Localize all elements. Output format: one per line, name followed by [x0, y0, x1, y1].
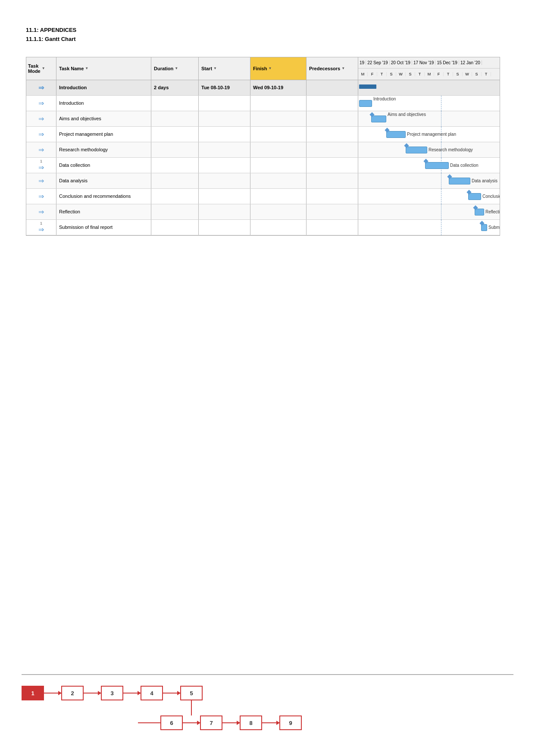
bar-label-9: Submission of final report: [488, 225, 500, 230]
nav-row-1: 1 2 3 4 5: [22, 686, 513, 700]
task-finish-5: [250, 158, 307, 173]
task-start-6: [199, 173, 250, 188]
task-row-3: ⇒Project management planProject manageme…: [26, 127, 500, 142]
task-finish-9: [250, 220, 307, 235]
nav-node-9[interactable]: 9: [279, 715, 302, 730]
start-dropdown-icon[interactable]: ▼: [213, 66, 217, 70]
task-duration-6: [151, 173, 199, 188]
gantt-bar-2: [371, 116, 386, 122]
task-finish-4: [250, 142, 307, 157]
task-mode-6: ⇒: [26, 173, 56, 188]
task-icon-6: ⇒: [38, 177, 44, 185]
duration-label: Duration: [154, 66, 173, 71]
summary-duration: 2 days: [151, 80, 199, 95]
timeline-day-12: S: [472, 72, 482, 76]
header-finish[interactable]: Finish ▼: [250, 57, 307, 80]
header-task-mode[interactable]: TaskMode ▼: [26, 57, 56, 80]
nav-arrow-3-4: [123, 693, 141, 694]
bar-label-3: Project management plan: [407, 132, 456, 137]
task-predecessors-4: [307, 142, 358, 157]
task-row-7: ⇒Conclusion and recommendationsConclusio…: [26, 189, 500, 204]
task-duration-1: [151, 96, 199, 111]
timeline-day-13: T: [482, 72, 491, 76]
timeline-day-8: F: [434, 72, 444, 76]
task-icon-7: ⇒: [38, 192, 44, 200]
task-finish-2: [250, 111, 307, 126]
task-predecessors-1: [307, 96, 358, 111]
task-duration-7: [151, 189, 199, 204]
timeline-day-2: T: [377, 72, 387, 76]
nav-node-4[interactable]: 4: [141, 686, 163, 700]
task-mode-dropdown-icon[interactable]: ▼: [42, 66, 45, 70]
header-predecessors[interactable]: Predecessors ▼: [307, 57, 358, 80]
nav-node-1[interactable]: 1: [22, 686, 44, 700]
task-chart-5: Data collection: [358, 158, 500, 173]
header-task-name[interactable]: Task Name ▼: [56, 57, 151, 80]
task-row-2: ⇒Aims and objectivesAims and objectives: [26, 111, 500, 127]
task-icon-5: ⇒: [38, 163, 44, 172]
task-predecessors-9: [307, 220, 358, 235]
nav-node-8[interactable]: 8: [240, 715, 262, 730]
task-duration-9: [151, 220, 199, 235]
gantt-bar-4: [406, 147, 427, 153]
nav-connector-area: [22, 700, 513, 715]
task-start-4: [199, 142, 250, 157]
task-chart-8: Reflection: [358, 204, 500, 220]
nav-arrow-6-7: [183, 722, 200, 723]
gantt-bar-7: [468, 193, 481, 200]
nav-node-7[interactable]: 7: [200, 715, 222, 730]
task-name-3: Project management plan: [56, 127, 151, 142]
title-line2: 11.1.1: Gantt Chart: [26, 35, 509, 44]
task-chart-1: Introduction: [358, 96, 500, 111]
task-predecessors-5: [307, 158, 358, 173]
bar-label-7: Conclusion and recommendations: [482, 194, 500, 199]
summary-finish: Wed 09-10-19: [250, 80, 307, 95]
gantt-bar-6: [449, 178, 470, 184]
header-chart: 1922 Sep '1920 Oct '1917 Nov '1915 Dec '…: [358, 57, 500, 80]
summary-predecessors: [307, 80, 358, 95]
finish-dropdown-icon[interactable]: ▼: [268, 66, 272, 70]
nav-arrow-8-9: [262, 722, 279, 723]
summary-start: Tue 08-10-19: [199, 80, 250, 95]
task-chart-7: Conclusion and recommendations: [358, 189, 500, 204]
task-row-9: 1⇒Submission of final reportSubmission o…: [26, 220, 500, 235]
nav-node-6[interactable]: 6: [160, 715, 183, 730]
nav-node-2[interactable]: 2: [61, 686, 84, 700]
timeline-day-5: S: [406, 72, 415, 76]
duration-dropdown-icon[interactable]: ▼: [175, 66, 178, 70]
task-row-8: ⇒ReflectionReflection: [26, 204, 500, 220]
timeline-week-5: 12 Jan '20: [459, 60, 482, 65]
task-mode-4: ⇒: [26, 142, 56, 157]
gantt-chart: TaskMode ▼ Task Name ▼ Duration ▼ Start: [26, 57, 500, 236]
bar-label-1: Introduction: [373, 97, 396, 101]
task-finish-7: [250, 189, 307, 204]
task-start-5: [199, 158, 250, 173]
task-finish-3: [250, 127, 307, 142]
task-chart-9: Submission of final report: [358, 220, 500, 235]
task-name-dropdown-icon[interactable]: ▼: [85, 66, 88, 70]
task-icon-4: ⇒: [38, 146, 44, 154]
nav-node-5[interactable]: 5: [180, 686, 203, 700]
task-finish-8: [250, 204, 307, 219]
task-mode-5: 1⇒: [26, 158, 56, 173]
task-predecessors-2: [307, 111, 358, 126]
finish-label: Finish: [253, 66, 267, 71]
timeline-day-6: T: [415, 72, 425, 76]
task-chart-3: Project management plan: [358, 127, 500, 142]
task-mode-3: ⇒: [26, 127, 56, 142]
predecessors-dropdown-icon[interactable]: ▼: [341, 66, 345, 70]
bottom-navigation-area: 1 2 3 4 5: [0, 674, 535, 730]
task-name-2: Aims and objectives: [56, 111, 151, 126]
header-start[interactable]: Start ▼: [199, 57, 250, 80]
timeline-week-1: 22 Sep '19: [366, 60, 390, 65]
summary-task-icon: ⇒: [38, 84, 44, 92]
task-duration-8: [151, 204, 199, 219]
task-start-1: [199, 96, 250, 111]
gantt-summary-row: ⇒ Introduction 2 days Tue 08-10-19 Wed 0…: [26, 80, 500, 96]
header-duration[interactable]: Duration ▼: [151, 57, 199, 80]
task-name-4: Research methodology: [56, 142, 151, 157]
nav-arrow-1-2: [44, 693, 61, 694]
task-row-5: 1⇒Data collectionData collection: [26, 158, 500, 173]
nav-node-3[interactable]: 3: [101, 686, 123, 700]
task-row-4: ⇒Research methodologyResearch methodolog…: [26, 142, 500, 158]
